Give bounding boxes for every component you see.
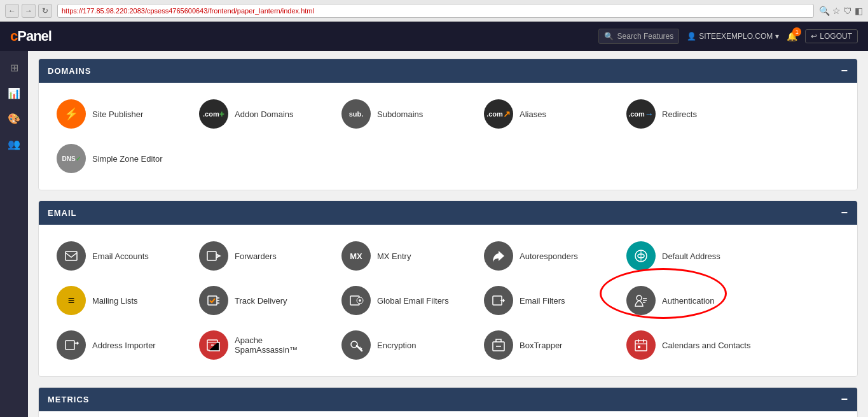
feature-apache-spamassassin[interactable]: Apache SpamAssassin™ (191, 324, 331, 366)
nav-user[interactable]: 👤 SITEEXEMPLO.COM ▾ (687, 32, 779, 41)
user-chevron-icon: ▾ (775, 32, 779, 41)
zoom-icon: 🔍 (819, 6, 830, 16)
sidebar-item-users[interactable]: 👥 (3, 132, 25, 155)
svg-rect-24 (635, 341, 647, 351)
back-button[interactable]: ← (5, 4, 19, 18)
sidebar-item-stats[interactable]: 📊 (3, 81, 25, 104)
main-content: DOMAINS − ⚡ Site Publisher .com+ Addon D… (28, 51, 868, 417)
site-publisher-label: Site Publisher (92, 110, 143, 119)
email-section: EMAIL − Email Accounts Forwarders (38, 201, 858, 377)
sidebar-item-themes[interactable]: 🎨 (3, 107, 25, 130)
feature-subdomains[interactable]: sub. Subdomains (334, 93, 474, 135)
browser-actions: 🔍 ☆ 🛡 ◧ (819, 6, 863, 16)
forwarders-icon (199, 241, 228, 271)
svg-point-14 (637, 295, 642, 300)
feature-track-delivery[interactable]: Track Delivery (191, 279, 331, 322)
mailing-lists-label: Mailing Lists (92, 296, 138, 306)
svg-rect-18 (65, 341, 74, 350)
simple-zone-editor-label: Simple Zone Editor (92, 154, 163, 164)
feature-aliases[interactable]: .com↗ Aliases (476, 93, 616, 135)
feature-encryption[interactable]: Encryption (334, 324, 474, 366)
email-filters-icon (484, 286, 513, 315)
default-address-icon (626, 241, 656, 271)
email-title: EMAIL (48, 208, 76, 218)
redirects-label: Redirects (662, 110, 697, 119)
address-bar[interactable] (57, 4, 814, 18)
apache-spamassassin-icon (199, 330, 228, 360)
track-delivery-icon (199, 286, 228, 315)
metrics-title: METRICS (48, 395, 90, 404)
feature-addon-domains[interactable]: .com+ Addon Domains (191, 93, 331, 135)
svg-rect-0 (65, 251, 77, 260)
domains-header: DOMAINS − (39, 59, 857, 83)
feature-email-filters[interactable]: Email Filters (476, 279, 616, 322)
email-body: Email Accounts Forwarders MX MX Entry (39, 225, 857, 376)
aliases-label: Aliases (520, 110, 546, 119)
address-importer-label: Address Importer (92, 341, 156, 350)
authentication-label: Authentication (662, 296, 714, 306)
feature-default-address[interactable]: Default Address (619, 235, 759, 277)
mailing-lists-icon: ≡ (57, 286, 86, 315)
boxtrapper-icon (484, 330, 513, 360)
calendars-contacts-icon (626, 330, 656, 360)
feature-email-accounts[interactable]: Email Accounts (49, 235, 189, 277)
global-email-filters-label: Global Email Filters (377, 296, 449, 306)
svg-point-21 (351, 341, 357, 348)
feature-global-email-filters[interactable]: Global Email Filters (334, 279, 474, 322)
forwarders-label: Forwarders (235, 251, 277, 261)
ext1-icon: 🛡 (843, 6, 852, 16)
feature-simple-zone-editor[interactable]: DNS✓ Simple Zone Editor (49, 138, 189, 180)
svg-rect-28 (638, 346, 640, 348)
email-filters-label: Email Filters (520, 296, 565, 306)
sidebar-item-grid[interactable]: ⊞ (3, 56, 25, 79)
feature-autoresponders[interactable]: Autoresponders (476, 235, 616, 277)
search-box[interactable]: 🔍 Search Features (598, 29, 680, 44)
feature-calendars-contacts[interactable]: Calendars and Contacts (619, 324, 759, 366)
feature-redirects[interactable]: .com→ Redirects (619, 93, 759, 135)
subdomains-label: Subdomains (377, 110, 423, 119)
addon-domains-label: Addon Domains (235, 110, 294, 119)
feature-authentication[interactable]: Authentication (619, 279, 759, 322)
domains-collapse-button[interactable]: − (841, 64, 848, 78)
notification-badge: 1 (792, 27, 801, 36)
browser-chrome: ← → ↻ 🔍 ☆ 🛡 ◧ (0, 0, 868, 22)
forward-button[interactable]: → (22, 4, 36, 18)
metrics-section: METRICS − Visitors ! Errors (38, 387, 858, 417)
email-collapse-button[interactable]: − (841, 206, 848, 220)
top-nav: cPanel 🔍 Search Features 👤 SITEEXEMPLO.C… (0, 22, 868, 51)
feature-address-importer[interactable]: Address Importer (49, 324, 189, 366)
svg-rect-13 (493, 296, 502, 305)
metrics-body: Visitors ! Errors Bandwidth Raw A (39, 411, 857, 417)
domains-section: DOMAINS − ⚡ Site Publisher .com+ Addon D… (38, 59, 858, 190)
address-importer-icon (57, 330, 86, 360)
logout-button[interactable]: ↩ LOGOUT (805, 29, 858, 43)
metrics-collapse-button[interactable]: − (841, 393, 848, 406)
domains-title: DOMAINS (48, 66, 91, 76)
feature-mailing-lists[interactable]: ≡ Mailing Lists (49, 279, 189, 322)
default-address-label: Default Address (662, 251, 720, 261)
cpanel-logo: cPanel (10, 28, 52, 45)
user-icon: 👤 (687, 32, 696, 41)
autoresponders-icon (484, 241, 513, 271)
search-placeholder: Search Features (617, 32, 674, 41)
feature-forwarders[interactable]: Forwarders (191, 235, 331, 277)
encryption-label: Encryption (377, 341, 416, 350)
addon-domains-icon: .com+ (199, 99, 228, 129)
username-label: SITEEXEMPLO.COM (699, 32, 773, 41)
domains-body: ⚡ Site Publisher .com+ Addon Domains sub… (39, 83, 857, 190)
feature-site-publisher[interactable]: ⚡ Site Publisher (49, 93, 189, 135)
svg-rect-5 (208, 296, 217, 305)
subdomains-icon: sub. (341, 99, 371, 129)
boxtrapper-label: BoxTrapper (520, 341, 562, 350)
logout-label: LOGOUT (820, 32, 852, 41)
feature-boxtrapper[interactable]: BoxTrapper (476, 324, 616, 366)
star-icon: ☆ (832, 6, 841, 16)
sidebar: ⊞ 📊 🎨 👥 (0, 51, 28, 417)
browser-nav-buttons[interactable]: ← → ↻ (5, 4, 52, 18)
nav-bell[interactable]: 🔔 1 (787, 31, 797, 41)
feature-mx-entry[interactable]: MX MX Entry (334, 235, 474, 277)
email-accounts-icon (57, 241, 86, 271)
refresh-button[interactable]: ↻ (38, 4, 52, 18)
global-email-filters-icon (341, 286, 371, 315)
email-accounts-label: Email Accounts (92, 251, 149, 261)
